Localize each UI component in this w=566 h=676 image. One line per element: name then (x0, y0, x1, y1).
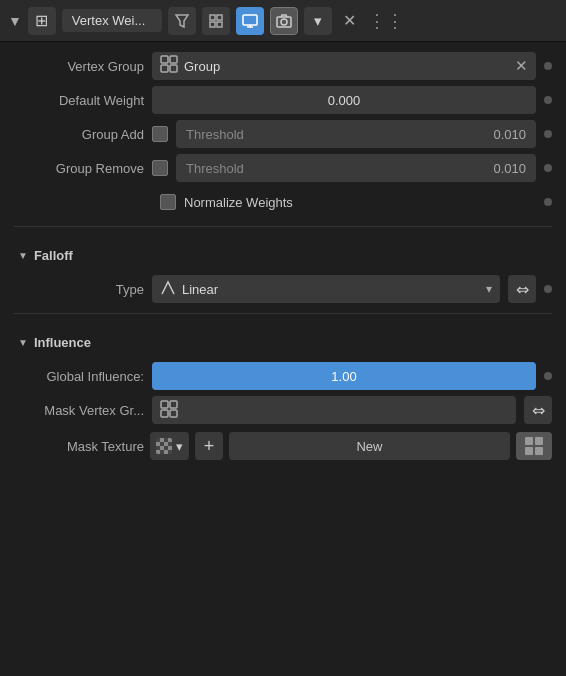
mask-vertex-group-field[interactable] (152, 396, 516, 424)
header-bar: ▼ ⊞ Vertex Wei... ▾ ✕ ⋮⋮ (0, 0, 566, 42)
normalize-label: Normalize Weights (184, 195, 293, 210)
group-add-row: Group Add Threshold 0.010 (14, 120, 552, 148)
type-chevron-icon: ▾ (486, 282, 492, 296)
global-influence-row: Global Influence: 1.00 (14, 362, 552, 390)
svg-rect-14 (161, 401, 168, 408)
svg-rect-4 (217, 22, 222, 27)
mask-vertex-group-row: Mask Vertex Gr... ⇔ (14, 396, 552, 424)
dot-indicator-2 (544, 96, 552, 104)
dot-indicator-3 (544, 130, 552, 138)
group-remove-threshold[interactable]: Threshold 0.010 (176, 154, 536, 182)
group-add-threshold[interactable]: Threshold 0.010 (176, 120, 536, 148)
svg-rect-3 (210, 22, 215, 27)
dot-indicator (544, 62, 552, 70)
collapse-arrow-icon[interactable]: ▼ (8, 13, 22, 29)
panel-title: Vertex Wei... (62, 9, 162, 32)
influence-section-header[interactable]: ▼ Influence (14, 328, 552, 356)
divider-1 (14, 226, 552, 227)
dot-indicator-4 (544, 164, 552, 172)
mask-vg-icon (160, 400, 178, 421)
checker-icon (156, 438, 172, 454)
svg-rect-1 (210, 15, 215, 20)
global-influence-field[interactable]: 1.00 (152, 362, 536, 390)
normalize-row: Normalize Weights (14, 188, 552, 216)
svg-rect-17 (170, 410, 177, 417)
mask-texture-label: Mask Texture (14, 439, 144, 454)
mask-vertex-group-label: Mask Vertex Gr... (14, 403, 144, 418)
mask-texture-new-button[interactable]: New (229, 432, 510, 460)
mask-tex-chevron-icon: ▾ (176, 439, 183, 454)
group-remove-row: Group Remove Threshold 0.010 (14, 154, 552, 182)
mask-texture-add-button[interactable]: + (195, 432, 223, 460)
dot-indicator-6 (544, 285, 552, 293)
threshold-value: 0.010 (493, 127, 526, 142)
influence-triangle-icon: ▼ (18, 337, 28, 348)
svg-rect-12 (161, 65, 168, 72)
vertex-group-label: Vertex Group (14, 59, 144, 74)
select-icon-btn[interactable] (202, 7, 230, 35)
vertex-group-clear-btn[interactable]: ✕ (515, 57, 528, 75)
threshold-label-2: Threshold (186, 161, 244, 176)
expand-dropdown-btn[interactable]: ▾ (304, 7, 332, 35)
svg-rect-2 (217, 15, 222, 20)
close-button[interactable]: ✕ (338, 9, 362, 33)
svg-rect-11 (170, 56, 177, 63)
type-value: Linear (182, 282, 480, 297)
main-panel: Vertex Group Group ✕ Default Weight 0.00… (0, 42, 566, 470)
default-weight-label: Default Weight (14, 93, 144, 108)
dot-indicator-7 (544, 372, 552, 380)
svg-point-9 (281, 19, 287, 25)
group-add-checkbox[interactable] (152, 126, 168, 142)
falloff-section-label: Falloff (34, 248, 73, 263)
group-add-label: Group Add (14, 127, 144, 142)
filter-icon-btn[interactable] (168, 7, 196, 35)
group-remove-controls: Threshold 0.010 (152, 154, 536, 182)
default-weight-field[interactable]: 0.000 (152, 86, 536, 114)
svg-rect-5 (243, 15, 257, 25)
group-add-controls: Threshold 0.010 (152, 120, 536, 148)
group-remove-checkbox[interactable] (152, 160, 168, 176)
options-dots-icon[interactable]: ⋮⋮ (368, 10, 404, 32)
mask-texture-menu-button[interactable] (516, 432, 552, 460)
global-influence-label: Global Influence: (14, 369, 144, 384)
vertex-group-icon (160, 55, 178, 77)
divider-2 (14, 313, 552, 314)
monitor-icon-btn[interactable] (236, 7, 264, 35)
type-row: Type Linear ▾ ⇔ (14, 275, 552, 303)
layout-icon[interactable]: ⊞ (28, 7, 56, 35)
threshold-value-2: 0.010 (493, 161, 526, 176)
svg-rect-15 (170, 401, 177, 408)
type-label: Type (14, 282, 144, 297)
threshold-label: Threshold (186, 127, 244, 142)
mask-texture-picker-btn[interactable]: ▾ (150, 432, 189, 460)
type-swap-button[interactable]: ⇔ (508, 275, 536, 303)
svg-rect-16 (161, 410, 168, 417)
type-dropdown[interactable]: Linear ▾ (152, 275, 500, 303)
vertex-group-field[interactable]: Group ✕ (152, 52, 536, 80)
mask-texture-row: Mask Texture ▾ + New (14, 432, 552, 460)
vertex-group-name: Group (184, 59, 509, 74)
svg-rect-10 (161, 56, 168, 63)
falloff-triangle-icon: ▼ (18, 250, 28, 261)
group-remove-label: Group Remove (14, 161, 144, 176)
influence-section-label: Influence (34, 335, 91, 350)
normalize-controls: Normalize Weights (160, 194, 536, 210)
svg-marker-0 (176, 15, 188, 27)
camera-icon-btn[interactable] (270, 7, 298, 35)
stacked-squares-icon (525, 437, 543, 455)
mask-vg-swap-button[interactable]: ⇔ (524, 396, 552, 424)
chevron-down-icon: ▾ (314, 12, 322, 30)
vertex-group-row: Vertex Group Group ✕ (14, 52, 552, 80)
linear-icon (160, 280, 176, 299)
normalize-checkbox[interactable] (160, 194, 176, 210)
svg-rect-13 (170, 65, 177, 72)
falloff-section-header[interactable]: ▼ Falloff (14, 241, 552, 269)
default-weight-row: Default Weight 0.000 (14, 86, 552, 114)
dot-indicator-5 (544, 198, 552, 206)
